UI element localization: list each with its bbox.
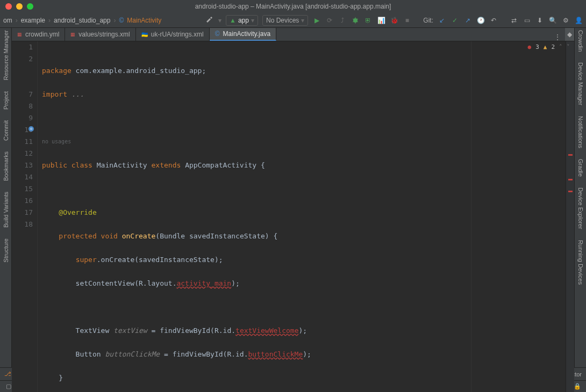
lock-icon[interactable]: 🔒 <box>573 382 582 391</box>
device-selector[interactable]: No Devices ▾ <box>262 15 308 26</box>
tool-device-manager[interactable]: Device Manager <box>577 62 584 105</box>
right-tool-strip: Crowdin Device Manager Notifications Gra… <box>574 28 586 367</box>
override-gutter-icon[interactable]: o <box>28 126 34 132</box>
tool-build-variants[interactable]: Build Variants <box>3 192 9 228</box>
tab-strings-values[interactable]: ▦values/strings.xml <box>65 28 135 41</box>
breadcrumb-part[interactable]: example <box>21 17 45 24</box>
breadcrumb-active[interactable]: MainActivity <box>127 17 161 24</box>
window-title: android-studio-app – MainActivity.java [… <box>195 3 391 10</box>
debug-icon[interactable] <box>351 16 360 25</box>
git-push-icon[interactable]: ↗ <box>463 16 472 25</box>
breadcrumb-part[interactable]: android_studio_app <box>54 17 110 24</box>
error-mark[interactable] <box>568 191 573 192</box>
error-count: 3 <box>535 43 539 50</box>
inspection-widget[interactable]: ●3 ▲2 ˄ ˅ <box>528 43 570 50</box>
profiler-icon[interactable]: 📊 <box>377 16 385 25</box>
crowdin-tool-icon[interactable]: ◆ <box>565 28 574 41</box>
attach-debugger-icon[interactable]: 🐞 <box>390 16 398 25</box>
chevron-down-icon[interactable]: ˅ <box>567 43 570 50</box>
tool-bookmarks[interactable]: Bookmarks <box>3 151 9 181</box>
close-icon[interactable] <box>5 3 12 10</box>
error-icon: ● <box>528 43 532 50</box>
error-mark[interactable] <box>568 179 573 180</box>
restart-icon[interactable]: ⤴ <box>338 16 347 25</box>
editor-tabs: ▦crowdin.yml ▦values/strings.xml 🇺🇦uk-rU… <box>12 28 574 41</box>
run-config-name: app <box>238 17 249 24</box>
apply-changes-icon[interactable]: ⟳ <box>325 16 334 25</box>
tool-notifications[interactable]: Notifications <box>577 116 584 148</box>
error-mark[interactable] <box>568 154 573 156</box>
tool-crowdin[interactable]: Crowdin <box>577 30 584 52</box>
usage-hint[interactable]: no usages <box>42 136 566 148</box>
error-ruler[interactable] <box>566 41 574 392</box>
run-icon[interactable]: ▶ <box>312 16 321 25</box>
sdk-icon[interactable]: ⬇ <box>535 16 544 25</box>
sync-icon[interactable]: ⇄ <box>510 16 518 25</box>
tool-device-explorer[interactable]: Device Explorer <box>577 187 584 229</box>
git-commit-icon[interactable]: ✓ <box>451 16 459 25</box>
coverage-icon[interactable]: ⛨ <box>364 16 373 25</box>
minimize-icon[interactable] <box>16 3 23 10</box>
run-config-selector[interactable]: ▲ app ▾ <box>226 15 258 26</box>
git-update-icon[interactable]: ↙ <box>438 16 446 25</box>
git-rollback-icon[interactable]: ↶ <box>489 16 498 25</box>
tool-running-devices[interactable]: Running Devices <box>577 240 584 285</box>
device-label: No Devices <box>266 17 299 24</box>
breadcrumb[interactable]: om› example› android_studio_app› © MainA… <box>3 17 161 24</box>
maximize-icon[interactable] <box>27 3 33 10</box>
tool-commit[interactable]: Commit <box>3 120 9 141</box>
code-editor[interactable]: ●3 ▲2 ˄ ˅ 1 2 7 8 9 10o 11 12 13 14 15 1… <box>12 41 574 392</box>
main-area: Resource Manager Project Commit Bookmark… <box>0 28 586 367</box>
breadcrumb-part[interactable]: om <box>3 17 12 24</box>
warning-count: 2 <box>551 43 555 50</box>
tool-project[interactable]: Project <box>3 91 9 110</box>
search-icon[interactable]: 🔍 <box>548 16 557 25</box>
tool-gradle[interactable]: Gradle <box>577 159 584 177</box>
user-icon[interactable]: 👤 <box>574 16 583 25</box>
settings-icon[interactable]: ⚙ <box>561 16 570 25</box>
line-gutter[interactable]: 1 2 7 8 9 10o 11 12 13 14 15 16 17 18 <box>12 41 38 392</box>
tab-crowdin[interactable]: ▦crowdin.yml <box>12 28 65 41</box>
code-content[interactable]: package com.example.android_studio_app; … <box>38 41 566 392</box>
warning-icon: ▲ <box>544 43 547 50</box>
tool-resource-manager[interactable]: Resource Manager <box>3 30 9 81</box>
editor-column: ▦crowdin.yml ▦values/strings.xml 🇺🇦uk-rU… <box>12 28 574 367</box>
tool-structure[interactable]: Structure <box>3 238 9 263</box>
stop-icon[interactable]: ■ <box>403 16 411 25</box>
window-titlebar: android-studio-app – MainActivity.java [… <box>0 0 586 13</box>
git-history-icon[interactable]: 🕐 <box>476 16 485 25</box>
tab-mainactivity[interactable]: ©MainActivity.java <box>210 28 276 41</box>
git-label: Git: <box>423 17 433 24</box>
hammer-icon[interactable] <box>205 16 214 25</box>
svg-point-0 <box>353 18 358 23</box>
avd-icon[interactable]: ▭ <box>523 16 531 25</box>
window-controls <box>0 3 33 10</box>
left-tool-strip: Resource Manager Project Commit Bookmark… <box>0 28 12 367</box>
main-toolbar: om› example› android_studio_app› © MainA… <box>0 13 586 28</box>
tab-strings-uk[interactable]: 🇺🇦uk-rUA/strings.xml <box>136 28 210 41</box>
tabs-overflow-icon[interactable]: ⋮ <box>550 33 565 41</box>
chevron-up-icon[interactable]: ˄ <box>559 43 562 50</box>
